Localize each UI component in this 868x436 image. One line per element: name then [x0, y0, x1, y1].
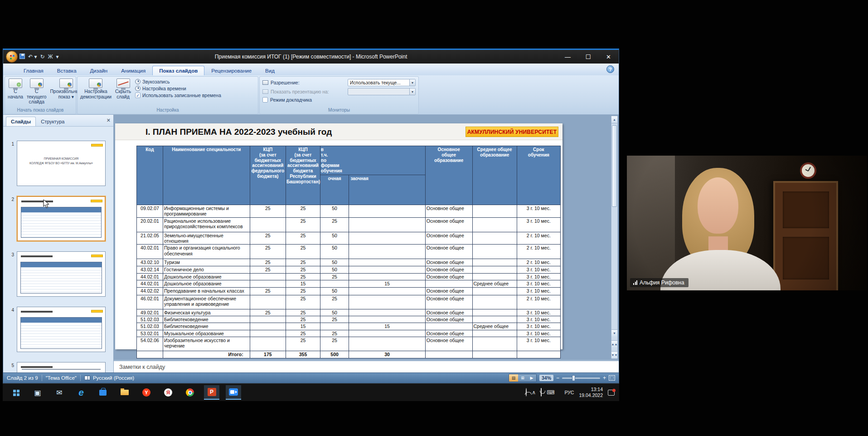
table-row: 20.02.01Рациональное использование приро… [137, 217, 561, 232]
checkbox-checked-icon: ✓ [135, 93, 141, 98]
edge-icon[interactable]: e [73, 385, 89, 400]
tab-outline[interactable]: Структура [36, 117, 69, 126]
store-icon[interactable] [95, 385, 111, 400]
col-header-code: Код [137, 146, 163, 205]
thumbnail-title-text: ПРИЕМНАЯ КОМИССИЯ КОЛЛЕДЖ ФГБОУ ВО «БГПУ… [19, 157, 103, 166]
zoom-out-icon[interactable]: − [556, 375, 559, 381]
hidden-icons-chevron[interactable]: ∧ [532, 389, 536, 396]
microphone-tray-icon[interactable] [541, 388, 542, 397]
tab-view[interactable]: Вид [258, 66, 281, 75]
slide-thumbnail-3[interactable] [17, 251, 106, 297]
minimize-button[interactable]: — [558, 50, 578, 64]
undo-icon[interactable]: ↶ ▾ [28, 54, 37, 60]
slides-panel: Слайды Структура ✕ 1ПРИЕМНАЯ КОМИССИЯ КО… [3, 115, 114, 372]
fit-to-window-icon[interactable] [609, 375, 615, 381]
tab-insert[interactable]: Вставка [50, 66, 83, 75]
rehearse-timings-button[interactable]: Настройка времени [135, 86, 221, 91]
taskbar-clock[interactable]: 13:14 19.04.2022 [579, 387, 603, 398]
window-controls: — ☐ ✕ [558, 50, 619, 64]
ribbon: С начала С текущего слайда Произвольный … [3, 75, 619, 115]
language-tray-indicator[interactable]: РУС [564, 390, 574, 395]
tab-animation[interactable]: Анимация [114, 66, 152, 75]
office-button[interactable] [6, 51, 18, 63]
show-on-icon [262, 89, 268, 94]
start-button[interactable] [8, 385, 24, 400]
previous-slide-icon[interactable]: ▲▲ [611, 340, 617, 348]
workspace: Слайды Структура ✕ 1ПРИЕМНАЯ КОМИССИЯ КО… [3, 115, 619, 372]
tab-home[interactable]: Главная [17, 66, 50, 75]
custom-show-icon [59, 78, 73, 88]
hide-slide-button[interactable]: Скрыть слайд [114, 78, 132, 107]
col-header-part-time: заочная [349, 175, 425, 205]
slide-sorter-icon[interactable]: ⊞ [518, 374, 527, 382]
mail-icon[interactable]: ✉ [52, 385, 67, 400]
zoom-slider[interactable] [562, 377, 600, 379]
taskbar: ▣ ✉ e Y Я P ∧ ⌨ РУС 13:14 19.04.2022 [3, 383, 619, 401]
slide-thumbnail-2[interactable] [17, 196, 106, 241]
zoom-slider-thumb[interactable] [572, 375, 575, 381]
zoom-in-icon[interactable]: + [603, 375, 606, 381]
normal-view-icon[interactable]: ▤ [509, 374, 518, 382]
screen: ↶ ▾ ↻ Ж ▾ Приемная комиссия ИТОГ (1) [Ре… [0, 0, 868, 436]
vertical-scrollbar[interactable]: ▲ ▼ ▲▲ ▼▼ [611, 116, 618, 359]
tab-review[interactable]: Рецензирование [204, 66, 258, 75]
powerpoint-window: ↶ ▾ ↻ Ж ▾ Приемная комиссия ИТОГ (1) [Ре… [3, 49, 619, 383]
tab-slideshow[interactable]: Показ слайдов [152, 66, 204, 75]
chrome-icon[interactable] [182, 385, 198, 400]
title-bar: ↶ ▾ ↻ Ж ▾ Приемная комиссия ИТОГ (1) [Ре… [3, 50, 619, 64]
slide-thumbnail-5[interactable] [17, 362, 106, 372]
yandex-browser-icon[interactable]: Y [139, 385, 154, 400]
slide-number: 3 [8, 252, 14, 257]
video-call-app-icon[interactable] [226, 385, 241, 400]
slide-number: 2 [8, 197, 14, 202]
language-indicator[interactable]: Русский (Россия) [93, 375, 134, 381]
qat-more-icon[interactable]: ▾ [56, 54, 59, 60]
action-center-icon[interactable] [608, 390, 615, 396]
table-row: 43.02.10Туризм252550Основное общее2 г. 1… [137, 259, 561, 266]
scroll-down-icon[interactable]: ▼ [611, 329, 617, 337]
bold-icon[interactable]: Ж [48, 54, 53, 60]
task-view-icon[interactable]: ▣ [30, 385, 45, 400]
spellcheck-icon[interactable] [84, 376, 90, 380]
resolution-dropdown[interactable]: Использовать текуще... ▼ [348, 79, 416, 86]
notes-pane[interactable]: Заметки к слайду [114, 360, 619, 372]
group-setup: Настройка демонстрации Скрыть слайд Звук… [77, 76, 258, 114]
from-beginning-button[interactable]: С начала [6, 78, 24, 107]
resolution-label: Разрешение: [271, 80, 300, 85]
slideshow-view-icon[interactable]: ▶ [527, 374, 536, 382]
powerpoint-taskbar-icon[interactable]: P [204, 385, 219, 400]
next-slide-icon[interactable]: ▼▼ [611, 351, 617, 358]
maximize-button[interactable]: ☐ [578, 50, 598, 64]
close-button[interactable]: ✕ [598, 50, 619, 64]
presenter-view-checkbox[interactable] [262, 97, 268, 103]
tab-slides[interactable]: Слайды [6, 117, 36, 126]
record-narration-button[interactable]: Звукозапись [135, 79, 221, 84]
close-panel-icon[interactable]: ✕ [107, 118, 111, 123]
table-row: 40.02.01Право и организация социального … [137, 245, 561, 259]
keyboard-tray-icon[interactable]: ⌨ [547, 389, 554, 396]
window-title: Приемная комиссия ИТОГ (1) [Режим совмес… [215, 54, 407, 60]
table-row: 54.02.06Изобразительное искусство и черч… [137, 337, 561, 351]
save-icon[interactable] [19, 54, 25, 60]
setup-show-button[interactable]: Настройка демонстрации [79, 78, 113, 107]
slide-number: 5 [8, 363, 14, 368]
tab-design[interactable]: Дизайн [83, 66, 115, 75]
slide-canvas[interactable]: I. ПЛАН ПРИЕМА НА 2022-2023 учебный год … [115, 123, 563, 349]
help-icon[interactable]: ? [606, 65, 614, 73]
file-explorer-icon[interactable] [117, 385, 132, 400]
scroll-up-icon[interactable]: ▲ [611, 116, 617, 123]
people-tray-icon[interactable] [526, 388, 527, 397]
scrollbar-thumb[interactable] [612, 125, 617, 207]
zoom-level[interactable]: 34% [539, 375, 553, 381]
yandex-icon[interactable]: Я [160, 385, 176, 400]
redo-icon[interactable]: ↻ [40, 54, 44, 60]
resolution-icon [262, 80, 268, 85]
mini-table [20, 262, 102, 294]
use-timings-checkbox[interactable]: ✓ Использовать записанные времена [135, 93, 221, 98]
slide-thumbnail-1[interactable]: ПРИЕМНАЯ КОМИССИЯ КОЛЛЕДЖ ФГБОУ ВО «БГПУ… [17, 141, 106, 186]
record-narration-icon [135, 79, 141, 84]
slide-thumbnail-4[interactable] [17, 307, 106, 352]
from-current-slide-button[interactable]: С текущего слайда [25, 78, 48, 107]
slide-editor-area: I. ПЛАН ПРИЕМА НА 2022-2023 учебный год … [114, 115, 619, 360]
col-header-full-time: очная [320, 175, 349, 205]
